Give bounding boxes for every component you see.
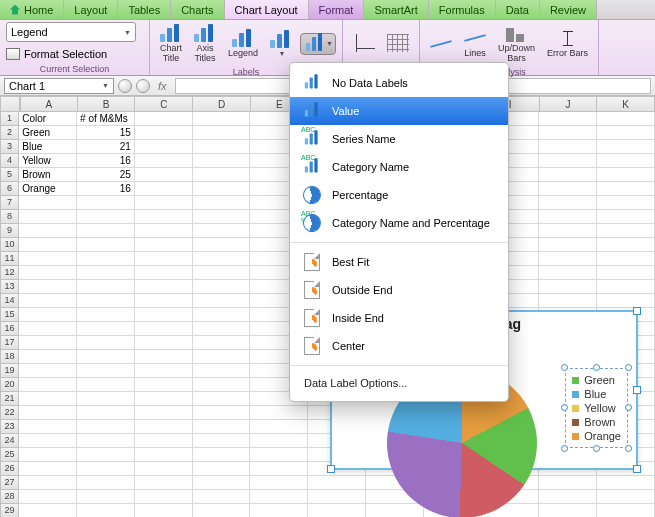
- menu-category-and-percentage[interactable]: ABC % Category Name and Percentage: [290, 209, 508, 237]
- cell[interactable]: [135, 210, 193, 224]
- cell[interactable]: [250, 490, 308, 504]
- cell[interactable]: [135, 224, 193, 238]
- cell[interactable]: [597, 224, 655, 238]
- resize-handle[interactable]: [633, 386, 641, 394]
- cell[interactable]: [135, 336, 193, 350]
- legend-item[interactable]: Brown: [572, 415, 621, 429]
- cell[interactable]: [135, 322, 193, 336]
- cell[interactable]: Green: [19, 126, 77, 140]
- cell[interactable]: [539, 280, 597, 294]
- cell[interactable]: [135, 168, 193, 182]
- row-header[interactable]: 18: [0, 350, 19, 364]
- cell[interactable]: [77, 434, 135, 448]
- legend-item[interactable]: Blue: [572, 387, 621, 401]
- fx-icon[interactable]: fx: [158, 80, 167, 92]
- cell[interactable]: [193, 224, 251, 238]
- cell[interactable]: [19, 322, 77, 336]
- tab-review[interactable]: Review: [540, 0, 597, 19]
- cell[interactable]: [19, 280, 77, 294]
- resize-handle[interactable]: [561, 364, 568, 371]
- cell[interactable]: [539, 182, 597, 196]
- cell[interactable]: [308, 476, 366, 490]
- row-header[interactable]: 19: [0, 364, 19, 378]
- row-header[interactable]: 21: [0, 392, 19, 406]
- menu-no-data-labels[interactable]: No Data Labels: [290, 69, 508, 97]
- cell[interactable]: [193, 182, 251, 196]
- chart-title-button[interactable]: ChartTitle: [156, 22, 186, 66]
- cell[interactable]: Color: [19, 112, 77, 126]
- cell[interactable]: [135, 448, 193, 462]
- column-header[interactable]: C: [135, 96, 193, 112]
- cell[interactable]: [539, 154, 597, 168]
- cell[interactable]: [19, 364, 77, 378]
- row-header[interactable]: 22: [0, 406, 19, 420]
- select-all-corner[interactable]: [0, 96, 20, 112]
- cell[interactable]: [19, 252, 77, 266]
- row-header[interactable]: 27: [0, 476, 19, 490]
- legend-button[interactable]: Legend: [224, 27, 262, 61]
- cell[interactable]: [19, 224, 77, 238]
- cell[interactable]: [193, 280, 251, 294]
- cell[interactable]: [135, 294, 193, 308]
- format-selection-button[interactable]: Format Selection: [6, 48, 107, 60]
- cell[interactable]: [597, 252, 655, 266]
- cell[interactable]: [597, 168, 655, 182]
- cell[interactable]: [77, 252, 135, 266]
- cell[interactable]: [539, 476, 597, 490]
- cell[interactable]: [193, 420, 251, 434]
- row-header[interactable]: 17: [0, 336, 19, 350]
- cell[interactable]: [539, 112, 597, 126]
- cell[interactable]: [250, 448, 308, 462]
- cell[interactable]: [135, 308, 193, 322]
- resize-handle[interactable]: [625, 445, 632, 452]
- cell[interactable]: 25: [77, 168, 135, 182]
- cell[interactable]: [135, 350, 193, 364]
- cell[interactable]: [597, 210, 655, 224]
- cell[interactable]: 15: [77, 126, 135, 140]
- cell[interactable]: [597, 154, 655, 168]
- cell[interactable]: [539, 210, 597, 224]
- row-header[interactable]: 5: [0, 168, 19, 182]
- accept-formula-button[interactable]: [136, 79, 150, 93]
- cell[interactable]: [597, 504, 655, 517]
- cell[interactable]: [19, 490, 77, 504]
- row-header[interactable]: 7: [0, 196, 19, 210]
- resize-handle[interactable]: [561, 445, 568, 452]
- cell[interactable]: [308, 490, 366, 504]
- cell[interactable]: [193, 196, 251, 210]
- cell[interactable]: [193, 350, 251, 364]
- cell[interactable]: [193, 434, 251, 448]
- row-header[interactable]: 13: [0, 280, 19, 294]
- cell[interactable]: [135, 238, 193, 252]
- cell[interactable]: [77, 392, 135, 406]
- chart-legend[interactable]: GreenBlueYellowBrownOrange: [565, 368, 628, 448]
- row-header[interactable]: 10: [0, 238, 19, 252]
- cell[interactable]: [250, 504, 308, 517]
- column-header[interactable]: B: [78, 96, 136, 112]
- cell[interactable]: [193, 462, 251, 476]
- row-header[interactable]: 14: [0, 294, 19, 308]
- column-header[interactable]: A: [20, 96, 78, 112]
- cell[interactable]: [77, 462, 135, 476]
- cell[interactable]: [193, 378, 251, 392]
- cell[interactable]: [135, 266, 193, 280]
- column-header[interactable]: D: [193, 96, 251, 112]
- tab-home[interactable]: Home: [0, 0, 64, 19]
- resize-handle[interactable]: [633, 465, 641, 473]
- cell[interactable]: [19, 392, 77, 406]
- tab-layout[interactable]: Layout: [64, 0, 118, 19]
- cell[interactable]: [135, 392, 193, 406]
- cell[interactable]: [193, 490, 251, 504]
- row-header[interactable]: 12: [0, 266, 19, 280]
- column-header[interactable]: J: [540, 96, 598, 112]
- resize-handle[interactable]: [625, 404, 632, 411]
- row-header[interactable]: 29: [0, 504, 19, 517]
- cell[interactable]: [19, 420, 77, 434]
- cell[interactable]: [77, 294, 135, 308]
- cell[interactable]: [77, 322, 135, 336]
- cell[interactable]: [597, 476, 655, 490]
- column-header[interactable]: K: [597, 96, 655, 112]
- row-header[interactable]: 26: [0, 462, 19, 476]
- cell[interactable]: # of M&Ms: [77, 112, 135, 126]
- cell[interactable]: [135, 462, 193, 476]
